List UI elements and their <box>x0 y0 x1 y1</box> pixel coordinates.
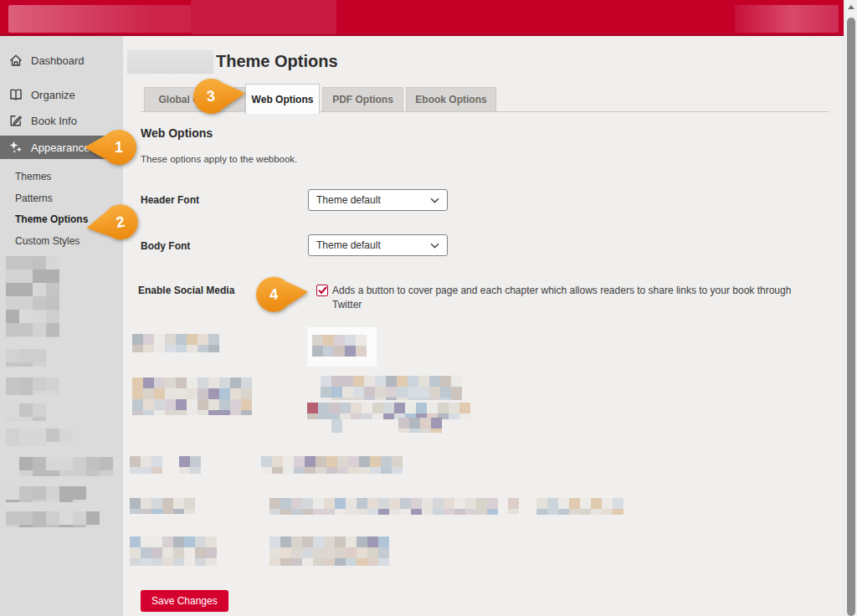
sidebar-item-label: Book Info <box>31 115 77 127</box>
tab-ebook-options[interactable]: Ebook Options <box>406 87 496 112</box>
redacted-block <box>19 457 115 476</box>
redacted-block <box>261 456 405 474</box>
callout-4: 4 <box>253 273 310 315</box>
redacted-block <box>312 335 371 357</box>
redacted-text <box>191 0 336 34</box>
tab-pdf-options[interactable]: PDF Options <box>322 87 403 112</box>
social-media-label: Enable Social Media <box>138 285 234 296</box>
callout-number: 1 <box>101 128 136 167</box>
app-window: Dashboard Organize Book Info Appearance … <box>0 0 857 616</box>
sub-item-label: Patterns <box>15 192 53 204</box>
sidebar-item-organize[interactable]: Organize <box>0 83 123 106</box>
callout-2: 2 <box>82 200 143 248</box>
callout-1: 1 <box>83 128 138 167</box>
sub-item-label: Custom Styles <box>15 235 80 247</box>
sidebar-item-label: Dashboard <box>31 54 85 67</box>
tab-label: Ebook Options <box>415 94 486 105</box>
redacted-block <box>508 498 526 514</box>
sidebar-item-patterns[interactable]: Patterns <box>0 191 123 206</box>
redacted-book-title <box>127 50 213 74</box>
redacted-block <box>6 511 101 527</box>
sidebar-item-label: Appearance <box>31 141 90 154</box>
scrollbar-thumb[interactable] <box>847 18 855 616</box>
select-value: Theme default <box>316 194 381 206</box>
book-icon <box>8 87 23 102</box>
redacted-block <box>130 498 196 514</box>
redacted-block <box>130 456 172 474</box>
redacted-block <box>179 456 203 474</box>
redacted-block <box>6 256 61 337</box>
redacted-block <box>398 418 452 433</box>
redacted-block <box>307 403 473 419</box>
redacted-block <box>269 536 394 566</box>
edit-icon <box>8 113 23 128</box>
tab-label: PDF Options <box>332 94 393 105</box>
select-value: Theme default <box>316 239 381 251</box>
redacted-text <box>8 5 191 33</box>
body-font-label: Body Font <box>141 240 190 252</box>
redacted-block <box>6 349 59 367</box>
chevron-down-icon <box>430 198 439 203</box>
redacted-block <box>132 334 226 352</box>
sidebar-item-themes[interactable]: Themes <box>0 169 123 184</box>
home-icon <box>8 53 23 68</box>
redacted-block <box>6 429 74 446</box>
redacted-block <box>130 536 224 566</box>
body-font-select[interactable]: Theme default <box>308 234 448 256</box>
section-description: These options apply to the webbook. <box>141 154 297 164</box>
redacted-thumbnail <box>307 327 377 367</box>
callout-3: 3 <box>190 74 249 117</box>
page-title: Theme Options <box>216 52 338 71</box>
vertical-scrollbar[interactable] <box>844 0 857 616</box>
checkmark-icon <box>318 286 327 295</box>
redacted-block <box>6 377 61 395</box>
callout-number: 3 <box>192 75 230 116</box>
redacted-block <box>269 498 505 515</box>
section-heading: Web Options <box>141 126 213 140</box>
sidebar-item-label: Organize <box>31 89 75 101</box>
redacted-block <box>321 376 471 400</box>
redacted-block <box>331 419 348 433</box>
callout-number: 4 <box>254 274 292 315</box>
chevron-down-icon <box>430 243 439 249</box>
sub-item-label: Theme Options <box>15 213 88 225</box>
redacted-block <box>6 486 90 502</box>
sub-item-label: Themes <box>15 171 51 182</box>
tab-web-options[interactable]: Web Options <box>245 84 320 114</box>
save-changes-button[interactable]: Save Changes <box>141 590 228 612</box>
sidebar-item-dashboard[interactable]: Dashboard <box>0 49 123 72</box>
social-media-description: Adds a button to cover page and each cha… <box>332 284 819 311</box>
header-font-select[interactable]: Theme default <box>308 189 448 211</box>
redacted-block <box>536 498 632 515</box>
admin-top-bar <box>0 0 844 36</box>
sidebar: Dashboard Organize Book Info Appearance … <box>0 36 123 616</box>
social-media-checkbox[interactable] <box>316 285 328 296</box>
header-font-label: Header Font <box>141 194 199 206</box>
callout-number: 2 <box>100 200 141 244</box>
redacted-block <box>132 377 258 415</box>
redacted-text <box>735 5 839 33</box>
tab-label: Web Options <box>252 94 314 105</box>
sparkles-icon <box>8 140 23 155</box>
scroll-up-icon[interactable] <box>848 5 854 9</box>
redacted-block <box>6 403 59 421</box>
